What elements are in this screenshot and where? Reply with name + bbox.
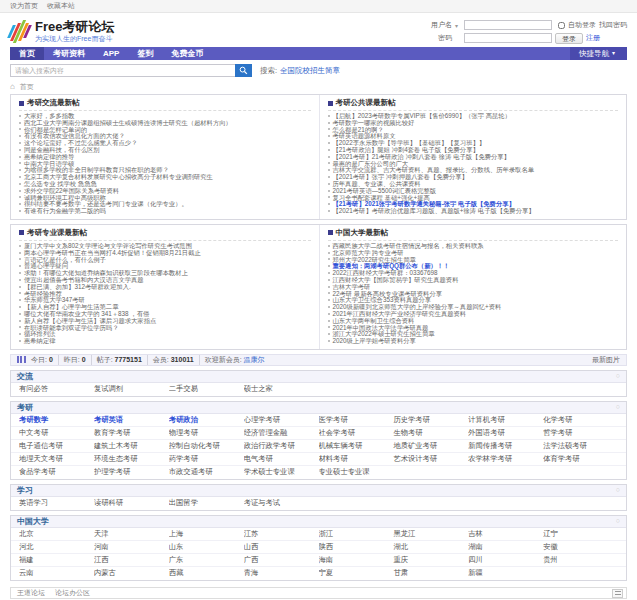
province-link[interactable]: 辽宁 xyxy=(543,529,618,539)
forum-link[interactable]: 考研英语 xyxy=(94,415,169,425)
post-link[interactable]: 2020级上岸学姐考研资料分享 xyxy=(328,338,619,345)
forum-link[interactable]: 医学考研 xyxy=(319,415,394,425)
province-link[interactable]: 安徽 xyxy=(543,542,618,552)
forum-link[interactable]: 体育学考研 xyxy=(543,454,618,464)
forum-link[interactable]: 新闻传播考研 xyxy=(468,441,543,451)
province-link[interactable]: 新疆 xyxy=(468,568,543,578)
post-link[interactable]: 【21考研政治】腿姐 冲刺4套卷 电子版【免费分享】 xyxy=(328,147,619,154)
province-link[interactable]: 河北 xyxy=(19,542,94,552)
forum-link[interactable]: 艺术设计考研 xyxy=(393,454,468,464)
post-link[interactable]: 2021年中国政法大学法学考研真题 xyxy=(328,325,619,332)
forum-link[interactable]: 硕士之家 xyxy=(244,384,319,394)
post-link[interactable]: 在职读研能拿到双证学位学历吗？ xyxy=(19,325,311,332)
post-link[interactable]: 2020级新疆到北京师范大学的上岸经验分享～真题回忆+资料 xyxy=(328,304,619,311)
forum-link[interactable]: 外国语考研 xyxy=(468,428,543,438)
category-title-link[interactable]: 交流 xyxy=(17,371,33,382)
forgot-password-link[interactable]: 找回密码 xyxy=(599,20,627,30)
forum-link[interactable]: 机械车辆考研 xyxy=(319,441,394,451)
nav-item[interactable]: 首页 xyxy=(10,47,44,60)
forum-link[interactable]: 法学法硕考研 xyxy=(543,441,618,451)
province-link[interactable]: 四川 xyxy=(468,555,543,565)
post-link[interactable]: 同是金融科技，有什么区别 xyxy=(19,147,311,154)
post-link[interactable]: 【2022李永乐数学【导学班】【基础班】【复习班】】 xyxy=(328,140,619,147)
post-link[interactable]: 【新人自荐】心理学与生活第二章 xyxy=(19,304,311,311)
forum-link[interactable]: 考研政治 xyxy=(169,415,244,425)
post-link[interactable]: 考研经验推荐 xyxy=(19,291,311,298)
post-link[interactable]: 华东师范大学347考研 xyxy=(19,297,311,304)
forum-link[interactable]: 材料考研 xyxy=(319,454,394,464)
post-link[interactable]: 便宜出超值备考书籍和内大汉语言文学真题 xyxy=(19,277,311,284)
post-link[interactable]: 【2021考研】21考研政治 冲刺八套卷 徐涛 电子版【免费分享】 xyxy=(328,154,619,161)
username-input[interactable] xyxy=(464,20,552,30)
post-link[interactable]: 求助！有哪位大佬知道乔纳森知识获取三阶段在哪本教材上 xyxy=(19,270,311,277)
post-link[interactable]: 山东大学两年制卫生综合资料 xyxy=(328,318,619,325)
province-link[interactable]: 陕西 xyxy=(319,542,394,552)
post-link[interactable]: 考研数学一哪家的视频比较好 xyxy=(328,120,619,127)
province-link[interactable]: 黑龙江 xyxy=(393,529,468,539)
province-link[interactable]: 北京 xyxy=(19,529,94,539)
post-link[interactable]: 有没有农信农业信息化方面的大佬？ xyxy=(19,133,311,140)
province-link[interactable]: 湖北 xyxy=(393,542,468,552)
forum-link[interactable]: 控制自动化考研 xyxy=(169,441,244,451)
login-button[interactable]: 登录 xyxy=(555,33,583,44)
province-link[interactable]: 上海 xyxy=(169,529,244,539)
province-link[interactable]: 山东 xyxy=(169,542,244,552)
province-link[interactable]: 江苏 xyxy=(244,529,319,539)
province-link[interactable]: 西藏 xyxy=(169,568,244,578)
forum-link[interactable]: 地质矿业考研 xyxy=(393,441,468,451)
collapse-toggle-icon[interactable]: ○ xyxy=(616,515,620,527)
forum-link[interactable]: 教育学考研 xyxy=(94,428,169,438)
post-link[interactable]: 循环排列法 xyxy=(19,331,311,338)
post-link[interactable]: 【2021考研】考研政治优题库习题版、真题版+徐涛 电子版【免费分享】 xyxy=(328,208,619,215)
post-link[interactable]: 郑州大学2022研究生招生简章 xyxy=(328,257,619,264)
post-link[interactable]: 厦门大学中文系802文学理论与文学评论写作研究生考试范围 xyxy=(19,243,311,250)
register-link[interactable]: 注册 xyxy=(586,33,600,43)
site-logo[interactable]: Free考研论坛 为实现人生的Free而奋斗 xyxy=(10,19,114,45)
post-link[interactable]: 普通心理学疑问 xyxy=(19,263,311,270)
forum-link[interactable]: 专业硕士专业课 xyxy=(319,467,394,477)
post-link[interactable]: 2022江西财经大学考研群：03367698 xyxy=(328,270,619,277)
forum-link[interactable]: 英语学习 xyxy=(19,498,94,508)
nav-item[interactable]: 免费金币 xyxy=(162,47,212,60)
post-link[interactable]: 诚聘兼职环境工程中高级职称 xyxy=(19,195,311,202)
nav-item[interactable]: 签到 xyxy=(128,47,162,60)
post-link[interactable]: 2021年江西财经大学产业经济学研究生真题资料 xyxy=(328,311,619,318)
post-link[interactable]: 复习全书配套课程 基础+强化+提高 xyxy=(328,195,619,202)
province-link[interactable]: 广东 xyxy=(169,555,244,565)
post-link[interactable]: 吉林大学交流群、吉大考研资料、真题、报录比、分数线、历年录取名单 xyxy=(328,167,619,174)
category-title-link[interactable]: 学习 xyxy=(17,485,33,496)
forum-link[interactable]: 社会学考研 xyxy=(319,428,394,438)
province-link[interactable]: 天津 xyxy=(94,529,169,539)
post-link[interactable]: 西藏民族大学二战考研住宿情况与报名，相关资料联系 xyxy=(328,243,619,250)
quick-nav-button[interactable]: 快捷导航 ▾ xyxy=(570,47,627,60)
province-link[interactable]: 福建 xyxy=(19,555,94,565)
forum-link[interactable]: 计算机考研 xyxy=(468,415,543,425)
breadcrumb-home-link[interactable]: 首页 xyxy=(20,83,34,90)
post-link[interactable]: 山东大学卫生综合353资料真题分享 xyxy=(328,297,619,304)
post-link[interactable]: 最惠的是广东分公司的广大 xyxy=(328,161,619,168)
search-button[interactable] xyxy=(235,64,252,77)
forum-link[interactable]: 出国留学 xyxy=(169,498,244,508)
post-link[interactable]: 【21考研】2021张宇考研数学通关秘籍-张宇 电子版【免费分享】 xyxy=(328,201,619,208)
province-link[interactable]: 湖南 xyxy=(468,542,543,552)
province-link[interactable]: 广西 xyxy=(244,555,319,565)
collapse-toggle-icon[interactable]: ○ xyxy=(616,370,620,382)
post-link[interactable]: 北京师范大学 跨专业考研 xyxy=(328,250,619,257)
nav-item[interactable]: 考研资料 xyxy=(44,47,94,60)
post-link[interactable]: 求外交学院22年国际关系考研资料 xyxy=(19,188,311,195)
post-link[interactable]: 重要通知：两湖考研QQ群公布（新）！！ xyxy=(328,263,619,270)
forum-link[interactable]: 环境生态考研 xyxy=(94,454,169,464)
post-link[interactable]: 22考研 最新各高校专业课考研资料分享 xyxy=(328,291,619,298)
nav-item[interactable]: APP xyxy=(94,47,128,60)
category-title-link[interactable]: 考研 xyxy=(17,402,33,413)
forum-link[interactable]: 农学林学考研 xyxy=(468,454,543,464)
collapse-toggle-icon[interactable]: ○ xyxy=(616,484,620,496)
province-link[interactable]: 江西 xyxy=(94,555,169,565)
category-title-link[interactable]: 中国大学 xyxy=(17,516,49,527)
latest-images-link[interactable]: 最新图片 xyxy=(592,355,620,365)
province-link[interactable]: 山西 xyxy=(244,542,319,552)
post-link[interactable]: 你们都是怎样记单词的 xyxy=(19,127,311,134)
post-link[interactable]: 西北工业大学周南分课题组招硕士生或硕博连读博士研究生（超材料方向） xyxy=(19,120,311,127)
auto-login-checkbox[interactable] xyxy=(558,22,565,29)
province-link[interactable]: 云南 xyxy=(19,568,94,578)
